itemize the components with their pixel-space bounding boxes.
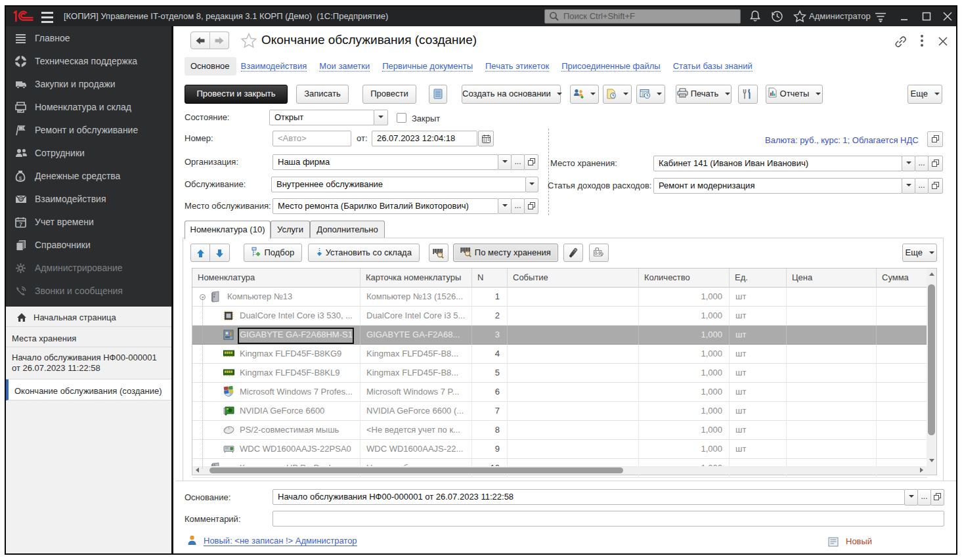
svg-text:@: @ — [18, 196, 24, 202]
svg-text:7: 7 — [19, 221, 22, 228]
svg-text:$: $ — [19, 175, 22, 181]
svg-text:0-9: 0-9 — [594, 251, 601, 255]
